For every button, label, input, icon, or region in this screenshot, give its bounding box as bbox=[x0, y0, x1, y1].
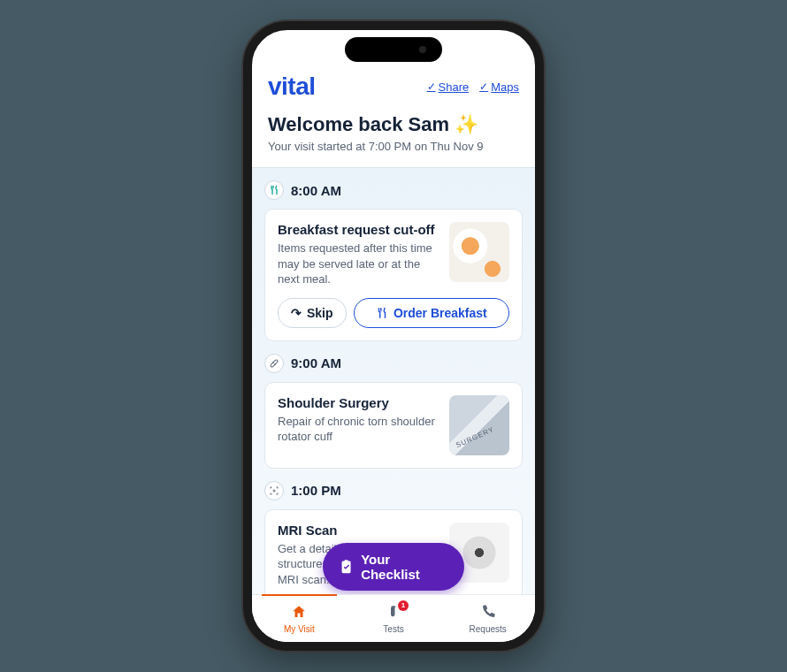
utensils-icon bbox=[376, 307, 388, 319]
slot-header: 8:00 AM bbox=[264, 180, 523, 200]
share-link[interactable]: ✓ Share bbox=[427, 80, 470, 94]
nav-label: My Visit bbox=[284, 624, 315, 634]
tests-badge: 1 bbox=[398, 600, 409, 611]
nav-tests[interactable]: 1 Tests bbox=[347, 595, 441, 642]
skip-button[interactable]: ↷ Skip bbox=[278, 298, 347, 328]
check-icon: ✓ bbox=[427, 80, 436, 93]
skip-arrow-icon: ↷ bbox=[291, 306, 302, 320]
phone-icon bbox=[480, 604, 496, 622]
timeline-slot: 9:00 AM Shoulder Surgery Repair of chron… bbox=[264, 354, 523, 469]
scan-icon bbox=[264, 481, 284, 500]
surgery-image bbox=[449, 395, 509, 455]
card-text: Shoulder Surgery Repair of chronic torn … bbox=[278, 395, 440, 455]
timeline-card[interactable]: Shoulder Surgery Repair of chronic torn … bbox=[264, 382, 523, 469]
fab-label: Your Checklist bbox=[361, 552, 448, 582]
header-links: ✓ Share ✓ Maps bbox=[427, 80, 520, 94]
svg-rect-0 bbox=[270, 359, 278, 367]
home-icon bbox=[291, 604, 307, 622]
maps-link[interactable]: ✓ Maps bbox=[479, 80, 519, 94]
timeline-card[interactable]: Breakfast request cut-off Items requeste… bbox=[264, 209, 523, 341]
welcome-heading: Welcome back Sam ✨ bbox=[268, 113, 519, 136]
slot-time: 8:00 AM bbox=[291, 183, 341, 198]
breakfast-image bbox=[449, 222, 509, 282]
card-title: MRI Scan bbox=[278, 523, 440, 538]
slot-header: 1:00 PM bbox=[264, 481, 523, 500]
clipboard-check-icon bbox=[339, 559, 354, 575]
slot-time: 9:00 AM bbox=[291, 355, 341, 370]
slot-time: 1:00 PM bbox=[291, 483, 341, 498]
card-description: Items requested after this time may be s… bbox=[278, 241, 440, 287]
card-body: Shoulder Surgery Repair of chronic torn … bbox=[278, 395, 509, 455]
welcome-section: Welcome back Sam ✨ Your visit started at… bbox=[252, 113, 535, 167]
nav-label: Tests bbox=[383, 624, 403, 634]
brand-logo: vital bbox=[268, 73, 316, 101]
skip-button-label: Skip bbox=[307, 306, 333, 320]
slot-header: 9:00 AM bbox=[264, 354, 523, 373]
card-body: Breakfast request cut-off Items requeste… bbox=[278, 222, 509, 287]
bandage-icon bbox=[264, 354, 284, 373]
vial-icon: 1 bbox=[386, 604, 401, 622]
card-title: Shoulder Surgery bbox=[278, 395, 440, 410]
app-screen: vital ✓ Share ✓ Maps Welcome back Sam ✨ … bbox=[252, 30, 535, 642]
nav-label: Requests bbox=[470, 624, 507, 634]
maps-link-label: Maps bbox=[491, 80, 519, 94]
svg-point-3 bbox=[273, 490, 275, 492]
nav-requests[interactable]: Requests bbox=[440, 595, 535, 642]
phone-notch bbox=[345, 37, 442, 62]
nav-my-visit[interactable]: My Visit bbox=[252, 595, 347, 642]
welcome-subtext: Your visit started at 7:00 PM on Thu Nov… bbox=[268, 140, 519, 153]
share-link-label: Share bbox=[439, 80, 470, 94]
phone-frame: vital ✓ Share ✓ Maps Welcome back Sam ✨ … bbox=[243, 21, 544, 651]
card-title: Breakfast request cut-off bbox=[278, 222, 440, 237]
svg-point-1 bbox=[273, 362, 274, 363]
order-breakfast-button[interactable]: Order Breakfast bbox=[354, 298, 509, 328]
timeline-slot: 8:00 AM Breakfast request cut-off Items … bbox=[264, 180, 523, 341]
order-button-label: Order Breakfast bbox=[394, 306, 487, 320]
checklist-fab[interactable]: Your Checklist bbox=[323, 543, 464, 591]
card-description: Repair of chronic torn shoulder rotator … bbox=[278, 414, 440, 445]
svg-point-2 bbox=[275, 363, 276, 364]
card-actions: ↷ Skip Order Breakfast bbox=[278, 298, 509, 328]
utensils-icon bbox=[264, 180, 284, 200]
card-text: Breakfast request cut-off Items requeste… bbox=[278, 222, 440, 287]
check-icon: ✓ bbox=[479, 80, 488, 93]
bottom-nav: My Visit 1 Tests Requests bbox=[252, 594, 535, 642]
